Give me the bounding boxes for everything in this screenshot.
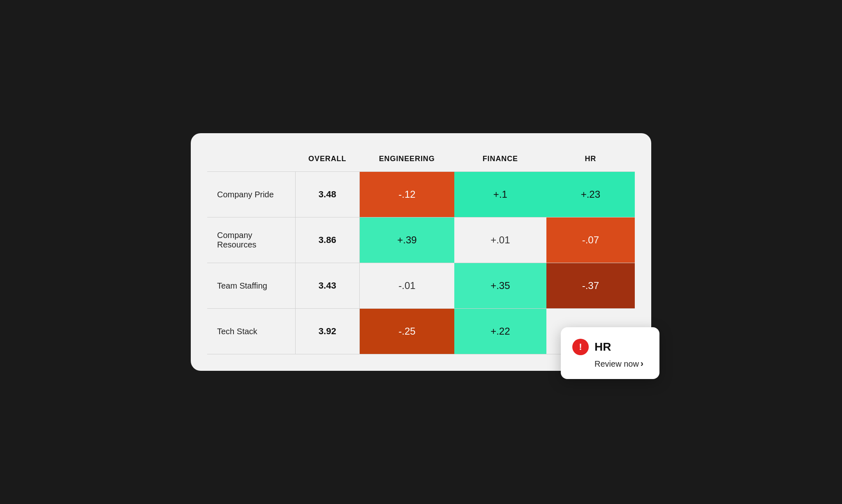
overall-value-0: 3.48	[295, 172, 359, 217]
overall-value-3: 3.92	[295, 309, 359, 354]
table-row: Team Staffing3.43-.01+.35-.37	[207, 263, 635, 309]
review-now-label: Review now	[594, 359, 639, 369]
popup-review-link[interactable]: Review now ›	[572, 358, 645, 369]
popup-card: ! HR Review now ›	[561, 327, 659, 379]
finance-value-3: +.22	[454, 309, 546, 354]
overall-value-2: 3.43	[295, 263, 359, 309]
engineering-value-1: +.39	[359, 217, 454, 263]
row-label-0: Company Pride	[207, 172, 295, 217]
outer-wrapper: OVERALL ENGINEERING FINANCE HR Company P…	[174, 117, 668, 387]
alert-icon: !	[572, 339, 589, 355]
hr-value-0: +.23	[546, 172, 635, 217]
col-header-overall: OVERALL	[295, 150, 359, 172]
col-header-label	[207, 150, 295, 172]
hr-value-1: -.07	[546, 217, 635, 263]
finance-value-0: +.1	[454, 172, 546, 217]
col-header-engineering: ENGINEERING	[359, 150, 454, 172]
hr-value-2: -.37	[546, 263, 635, 309]
row-label-3: Tech Stack	[207, 309, 295, 354]
chevron-right-icon: ›	[641, 358, 643, 369]
engineering-value-3: -.25	[359, 309, 454, 354]
engineering-value-2: -.01	[359, 263, 454, 309]
table-row: Company Resources3.86+.39+.01-.07	[207, 217, 635, 263]
popup-header: ! HR	[572, 339, 645, 355]
row-label-1: Company Resources	[207, 217, 295, 263]
finance-value-1: +.01	[454, 217, 546, 263]
table-row: Company Pride3.48-.12+.1+.23	[207, 172, 635, 217]
finance-value-2: +.35	[454, 263, 546, 309]
overall-value-1: 3.86	[295, 217, 359, 263]
engineering-value-0: -.12	[359, 172, 454, 217]
col-header-hr: HR	[546, 150, 635, 172]
row-label-2: Team Staffing	[207, 263, 295, 309]
popup-title: HR	[594, 340, 611, 354]
table-container: OVERALL ENGINEERING FINANCE HR Company P…	[207, 150, 635, 354]
col-header-finance: FINANCE	[454, 150, 546, 172]
exclamation-icon: !	[579, 342, 582, 351]
heatmap-table: OVERALL ENGINEERING FINANCE HR Company P…	[207, 150, 635, 354]
